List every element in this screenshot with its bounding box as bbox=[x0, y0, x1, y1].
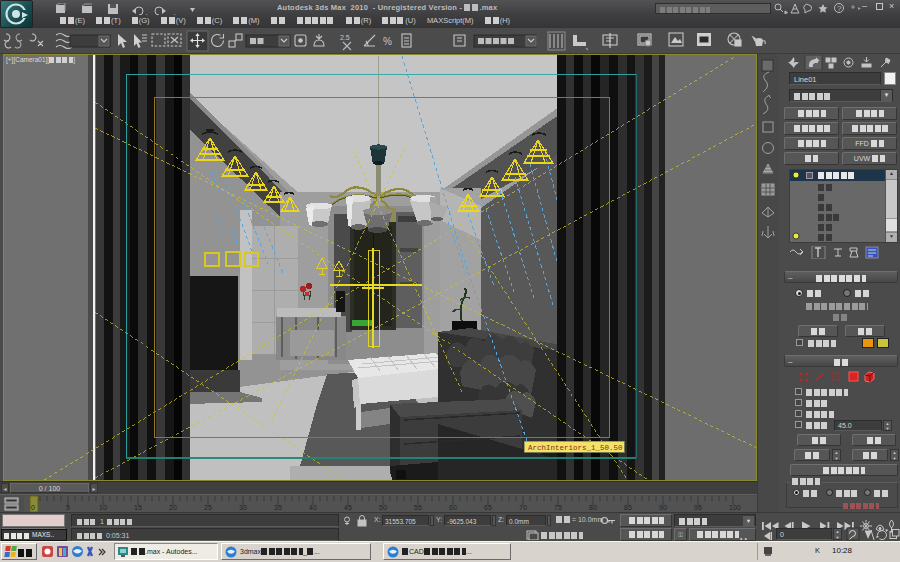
svg-text:35: 35 bbox=[274, 504, 282, 511]
svg-text:45: 45 bbox=[344, 504, 352, 511]
svg-text:0: 0 bbox=[31, 504, 35, 511]
svg-text:70: 70 bbox=[519, 504, 527, 511]
svg-text:15: 15 bbox=[134, 504, 142, 511]
svg-text:ArchInteriors_1_50.50: ArchInteriors_1_50.50 bbox=[528, 444, 623, 452]
svg-text:80: 80 bbox=[589, 504, 597, 511]
svg-text:5: 5 bbox=[66, 504, 70, 511]
svg-text:30: 30 bbox=[239, 504, 247, 511]
svg-text:85: 85 bbox=[624, 504, 632, 511]
svg-text:55: 55 bbox=[414, 504, 422, 511]
svg-text:100: 100 bbox=[729, 504, 741, 511]
svg-text:75: 75 bbox=[554, 504, 562, 511]
svg-text:50: 50 bbox=[379, 504, 387, 511]
svg-text:?: ? bbox=[837, 4, 842, 13]
svg-text:25: 25 bbox=[204, 504, 212, 511]
svg-text:90: 90 bbox=[659, 504, 667, 511]
svg-text:60: 60 bbox=[449, 504, 457, 511]
svg-text:%: % bbox=[383, 36, 392, 47]
svg-text:95: 95 bbox=[694, 504, 702, 511]
svg-text:40: 40 bbox=[309, 504, 317, 511]
svg-text:20: 20 bbox=[169, 504, 177, 511]
svg-text:2.5: 2.5 bbox=[340, 34, 350, 41]
svg-text:65: 65 bbox=[484, 504, 492, 511]
svg-text:10: 10 bbox=[99, 504, 107, 511]
